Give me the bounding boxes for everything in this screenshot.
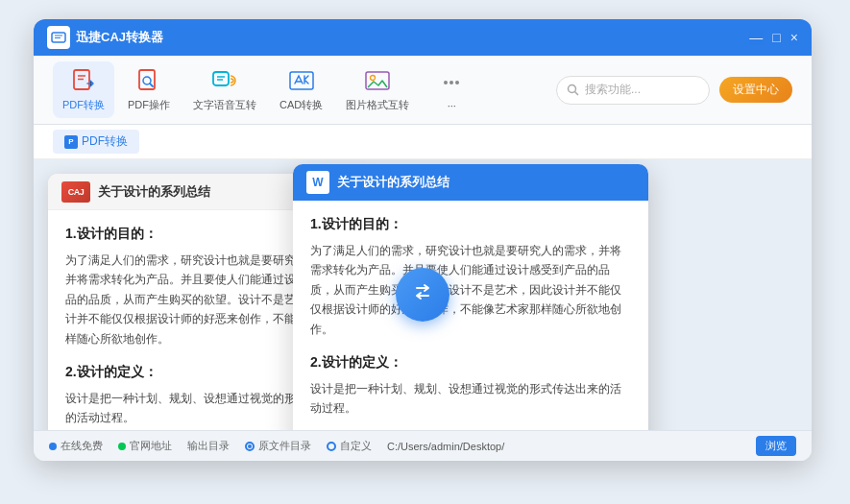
app-window: 迅捷CAJ转换器 — □ × PDF转换 PDF操作 文字语音互转 CAD转换 … [34, 19, 812, 461]
convert-icon [409, 278, 436, 311]
source-dir-label: 原文件目录 [258, 439, 311, 453]
svg-line-8 [150, 84, 153, 86]
toolbar-icon-img-convert [363, 67, 392, 94]
toolbar-icon-cad-convert [287, 67, 316, 94]
toolbar-label-pdf-convert: PDF转换 [62, 98, 105, 112]
toolbar-icon-pdf-convert [69, 67, 98, 94]
website-dot [118, 443, 126, 450]
word-section-title-1: 2.设计的定义： [310, 354, 631, 372]
custom-dir-radio [327, 442, 336, 451]
source-dir-radio [245, 442, 255, 451]
toolbar-icon-text-convert [210, 67, 239, 94]
custom-dir-label: 自定义 [340, 439, 372, 453]
caj-logo: CAJ [61, 181, 90, 203]
toolbar-label-img-convert: 图片格式互转 [346, 98, 409, 112]
word-section-text-1: 设计是把一种计划、规划、设想通过视觉的形式传达出来的活动过程。 [310, 379, 631, 419]
word-logo: W [306, 171, 329, 194]
status-output: 输出目录 [187, 439, 230, 453]
toolbar-item-pdf-convert[interactable]: PDF转换 [53, 61, 114, 118]
svg-line-19 [575, 92, 579, 96]
status-bar: 在线免费 官网地址 输出目录 原文件目录 自定义 C:/Users/admin/… [34, 430, 812, 461]
search-icon [567, 84, 579, 96]
title-bar: 迅捷CAJ转换器 — □ × [34, 19, 812, 56]
svg-point-18 [569, 85, 576, 93]
word-panel: W 关于设计的系列总结 1.设计的目的： 为了满足人们的需求，研究设计也就是要研… [293, 164, 648, 430]
convert-button[interactable] [396, 268, 449, 322]
word-section-title-0: 1.设计的目的： [310, 216, 631, 233]
title-controls: — □ × [749, 30, 798, 45]
svg-point-14 [371, 76, 376, 81]
toolbar-label-more: ··· [448, 100, 456, 111]
minimize-button[interactable]: — [749, 30, 763, 45]
app-logo-icon [47, 26, 70, 49]
toolbar-icon-more [437, 69, 466, 96]
online-label: 在线免费 [61, 439, 103, 453]
toolbar-label-cad-convert: CAD转换 [279, 98, 323, 112]
svg-point-16 [449, 81, 453, 84]
toolbar-item-more[interactable]: ··· [423, 63, 480, 117]
toolbar-label-text-convert: 文字语音互转 [193, 98, 256, 112]
svg-point-15 [444, 81, 448, 84]
app-title: 迅捷CAJ转换器 [76, 29, 163, 46]
main-toolbar: PDF转换 PDF操作 文字语音互转 CAD转换 图片格式互转 ··· 搜索功能… [34, 56, 812, 125]
output-path: C:/Users/admin/Desktop/ [387, 441, 504, 452]
status-online: 在线免费 [49, 439, 103, 453]
toolbar-item-cad-convert[interactable]: CAD转换 [270, 61, 332, 118]
toolbar-right: 搜索功能... 设置中心 [556, 76, 792, 105]
word-panel-header: W 关于设计的系列总结 [293, 164, 648, 201]
caj-panel-title: 关于设计的系列总结 [98, 183, 210, 201]
pdf-tab-icon: P [64, 135, 78, 149]
sub-tab-pdf-label: PDF转换 [82, 133, 128, 150]
word-section-text-0: 为了满足人们的需求，研究设计也就是要研究人的需求，并将需求转化为产品。并且要使人… [310, 241, 631, 339]
svg-rect-9 [213, 72, 229, 85]
word-panel-title: 关于设计的系列总结 [337, 174, 449, 191]
status-custom-dir[interactable]: 自定义 [327, 439, 372, 453]
online-dot [49, 443, 57, 450]
website-label: 官网地址 [130, 439, 172, 453]
status-source-dir[interactable]: 原文件目录 [245, 439, 311, 453]
vip-button[interactable]: 设置中心 [719, 77, 792, 103]
browse-button[interactable]: 浏览 [756, 436, 796, 456]
toolbar-item-pdf-ops[interactable]: PDF操作 [118, 61, 180, 118]
sub-tab-pdf[interactable]: P PDF转换 [53, 130, 139, 154]
sub-toolbar: P PDF转换 [34, 125, 812, 159]
close-button[interactable]: × [790, 30, 798, 45]
title-bar-logo: 迅捷CAJ转换器 [47, 26, 163, 49]
word-panel-content: 1.设计的目的： 为了满足人们的需求，研究设计也就是要研究人的需求，并将需求转化… [293, 201, 648, 430]
main-content: CAJ 关于设计的系列总结 1.设计的目的： 为了满足人们的需求，研究设计也就是… [34, 159, 812, 430]
restore-button[interactable]: □ [772, 30, 780, 45]
output-label: 输出目录 [187, 439, 230, 453]
search-placeholder: 搜索功能... [585, 82, 641, 98]
toolbar-label-pdf-ops: PDF操作 [128, 98, 170, 112]
toolbar-icon-pdf-ops [134, 67, 163, 94]
status-website[interactable]: 官网地址 [118, 439, 172, 453]
toolbar-item-text-convert[interactable]: 文字语音互转 [183, 61, 266, 118]
toolbar-item-img-convert[interactable]: 图片格式互转 [336, 61, 419, 118]
svg-point-17 [455, 81, 459, 84]
search-box[interactable]: 搜索功能... [556, 76, 710, 105]
